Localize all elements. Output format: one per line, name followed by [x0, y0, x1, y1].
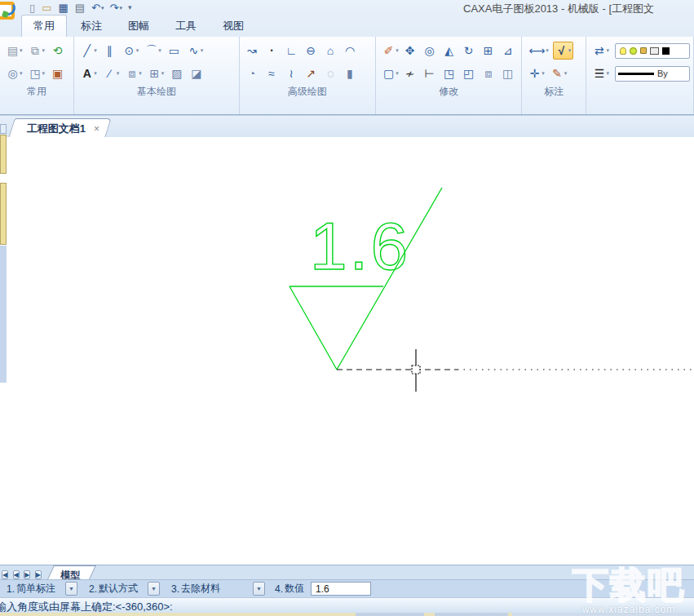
- print-icon[interactable]: ▤: [73, 1, 87, 15]
- undo-icon[interactable]: ↶ ▾: [90, 1, 105, 15]
- option3-combobox[interactable]: 去除材料: [181, 582, 251, 596]
- mirror-icon[interactable]: ◭: [440, 42, 458, 60]
- status-cell-2: [435, 613, 508, 616]
- ribbon-tab-strip: 常用 标注 图幅 工具 视图: [21, 16, 258, 37]
- option2-dropdown-icon[interactable]: ▼: [148, 582, 160, 596]
- line-icon[interactable]: ╱ ▾: [78, 42, 99, 60]
- block-icon[interactable]: ⧈ ▾: [123, 64, 144, 82]
- break-line-icon[interactable]: ≀: [283, 64, 301, 82]
- left-strip-handle[interactable]: [0, 124, 7, 134]
- tab-sheet[interactable]: 图幅: [116, 15, 161, 37]
- box-icon[interactable]: ⧈: [480, 64, 497, 82]
- polygon-icon[interactable]: ⌂: [322, 42, 340, 60]
- stamp-copy-icon[interactable]: ◳ ▾: [27, 64, 48, 82]
- line-width-icon[interactable]: ☰ ▾: [590, 64, 612, 82]
- drawing-canvas[interactable]: 1.6: [7, 137, 694, 565]
- last-sheet-icon[interactable]: ▶: [35, 570, 42, 579]
- array-icon[interactable]: ⊞: [480, 42, 497, 60]
- ribbon-group-modify: ✐ ▾ ✥ ◎: [376, 37, 522, 114]
- circle-icon[interactable]: ⊙ ▾: [121, 42, 142, 60]
- properties-row-2: ☰ ▾ By: [586, 62, 693, 85]
- redo-icon[interactable]: ↷ ▾: [108, 1, 123, 15]
- refresh-icon[interactable]: ⟲: [49, 42, 67, 60]
- tab-tools[interactable]: 工具: [163, 15, 209, 37]
- advanced-draw-row-1: ↝ • ∟: [240, 39, 376, 62]
- layer-combobox[interactable]: [615, 43, 690, 59]
- prev-sheet-icon[interactable]: ◀: [13, 570, 20, 579]
- cylinder-icon[interactable]: ▮: [342, 64, 360, 82]
- new-document-icon[interactable]: ▯: [28, 1, 38, 15]
- close-document-icon[interactable]: ×: [94, 123, 99, 135]
- rectangle-icon[interactable]: ▭: [166, 42, 183, 60]
- model-sheet-tab[interactable]: 模型: [47, 565, 96, 579]
- left-strip-segment-1[interactable]: [0, 135, 7, 174]
- save-icon[interactable]: ▦: [56, 1, 70, 15]
- region-icon[interactable]: ◪: [188, 64, 206, 82]
- next-sheet-icon[interactable]: ▶: [24, 570, 30, 579]
- option1-combobox[interactable]: 简单标注: [16, 582, 64, 596]
- sheet-nav: ◀ ◀ ▶ ▶: [2, 565, 42, 580]
- rotate-icon[interactable]: ↻: [460, 42, 478, 60]
- roughness-value-text: 1.6: [310, 209, 410, 283]
- ribbon-group-annotate: ⟷ ▾ √ ▾ ✛ ▾: [522, 37, 586, 114]
- modify-row-1: ✐ ▾ ✥ ◎: [376, 39, 521, 62]
- tab-common[interactable]: 常用: [21, 15, 67, 37]
- point-icon[interactable]: •: [263, 42, 281, 60]
- zoom-icon[interactable]: ◎ ▾: [4, 64, 25, 82]
- option1-dropdown-icon[interactable]: ▼: [65, 582, 77, 596]
- arrow-icon[interactable]: ↗: [303, 64, 320, 82]
- clip-icon[interactable]: ▢ ▾: [380, 64, 400, 82]
- copy-obj-icon[interactable]: ◎: [421, 42, 439, 60]
- arc-fit-icon[interactable]: ◠: [342, 42, 360, 60]
- linetype-combobox[interactable]: By: [615, 66, 690, 82]
- contour-icon[interactable]: ◌: [322, 64, 340, 82]
- document-tab[interactable]: 工程图文档1 ×: [8, 118, 112, 138]
- scale-icon[interactable]: ⊿: [499, 42, 517, 60]
- parallel-icon[interactable]: ∥: [101, 42, 119, 60]
- layer-frozen-icon: [630, 47, 637, 55]
- roughness-icon[interactable]: √ ▾: [553, 42, 574, 60]
- layer-settings-icon[interactable]: ⇄ ▾: [590, 42, 612, 60]
- text-icon[interactable]: A ▾: [78, 64, 99, 82]
- app-logo-icon[interactable]: [0, 0, 21, 24]
- ribbon-group-common: ▤ ▾ ⧉ ▾ ⟲: [0, 37, 74, 114]
- table-icon[interactable]: ⊞ ▾: [146, 64, 167, 82]
- status-bar: 输入角度或由屏幕上确定:<-360,360>:: [0, 597, 694, 613]
- first-sheet-icon[interactable]: ◀: [2, 570, 8, 579]
- centerline-icon[interactable]: ∕ ▾: [101, 64, 122, 82]
- tab-annotate[interactable]: 标注: [69, 15, 114, 37]
- open-file-icon[interactable]: ▭: [40, 1, 54, 15]
- hatch-icon[interactable]: ▨: [168, 64, 186, 82]
- stretch-icon[interactable]: ◳: [440, 64, 458, 82]
- option2-combobox[interactable]: 默认方式: [99, 582, 146, 596]
- extend-icon[interactable]: ⊢: [421, 64, 439, 82]
- option4-label: 数值: [285, 582, 304, 596]
- annotate-edit-icon[interactable]: ✎ ▾: [549, 64, 570, 82]
- display-set-icon[interactable]: ▣: [49, 64, 67, 82]
- left-strip-segment-2[interactable]: [0, 183, 7, 245]
- erase-icon[interactable]: ✐ ▾: [380, 42, 400, 60]
- break-icon[interactable]: ◫: [499, 64, 517, 82]
- detail-view-icon[interactable]: ◔: [244, 64, 262, 82]
- axis-icon[interactable]: ∟: [283, 42, 301, 60]
- coordinate-dim-icon[interactable]: ✛ ▾: [526, 64, 547, 82]
- dimension-icon[interactable]: ⟷ ▾: [526, 42, 551, 60]
- spline-icon[interactable]: ∿ ▾: [185, 42, 206, 60]
- paste-icon[interactable]: ▤ ▾: [4, 42, 25, 60]
- arc-icon[interactable]: ⌒ ▾: [143, 42, 164, 60]
- ellipse-icon[interactable]: ⊖: [303, 42, 320, 60]
- wave-line-icon[interactable]: ≈: [263, 64, 281, 82]
- option3-dropdown-icon[interactable]: ▼: [253, 582, 265, 596]
- fillet-icon[interactable]: ◰: [460, 64, 478, 82]
- ribbon-group-basic-draw: ╱ ▾ ∥ ⊙ ▾: [74, 37, 239, 114]
- copy-icon[interactable]: ⧉ ▾: [27, 42, 48, 60]
- move-icon[interactable]: ✥: [401, 42, 419, 60]
- document-tab-bar: 工程图文档1 ×: [0, 115, 694, 137]
- roughness-value-input[interactable]: [311, 582, 371, 596]
- ribbon-group-advanced-draw: ↝ • ∟: [240, 37, 377, 114]
- trim-icon[interactable]: ≁: [401, 64, 419, 82]
- customize-qat-icon[interactable]: ▾: [126, 1, 135, 15]
- tab-view[interactable]: 视图: [210, 15, 256, 37]
- polyline-icon[interactable]: ↝: [244, 42, 262, 60]
- advanced-draw-row-2: ◔ ≈ ≀: [240, 62, 376, 85]
